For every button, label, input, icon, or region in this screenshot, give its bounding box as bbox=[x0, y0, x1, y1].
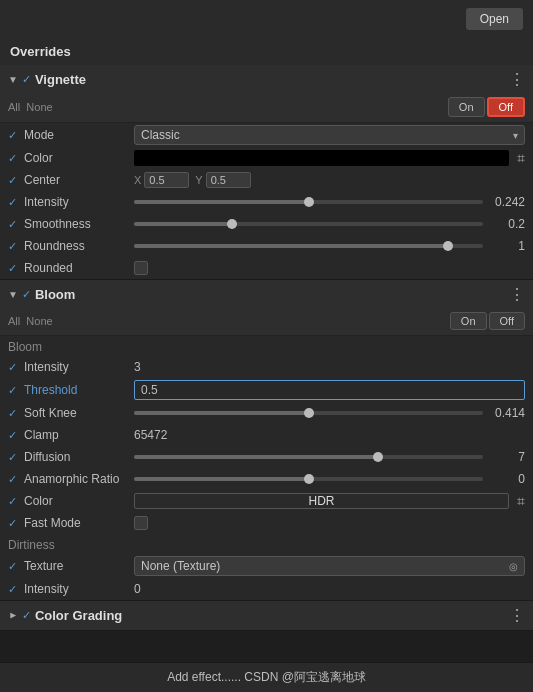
bloom-intensity-row: ✓ Intensity 3 bbox=[0, 356, 533, 378]
vignette-mode-value-area: Classic ▾ bbox=[134, 125, 525, 145]
vignette-smoothness-slider[interactable] bbox=[134, 222, 483, 226]
vignette-intensity-label: Intensity bbox=[24, 195, 134, 209]
bloom-on-off-row: All None On Off bbox=[0, 309, 533, 336]
vignette-roundness-check[interactable]: ✓ bbox=[8, 240, 22, 253]
bloom-anamorphic-check[interactable]: ✓ bbox=[8, 473, 22, 486]
color-grading-collapse-arrow[interactable]: ▼ bbox=[7, 611, 18, 621]
bloom-diffusion-thumb bbox=[373, 452, 383, 462]
vignette-roundness-row: ✓ Roundness 1 bbox=[0, 235, 533, 257]
bloom-section: ▼ ✓ Bloom ⋮ All None On Off Bloom ✓ Inte… bbox=[0, 280, 533, 601]
bloom-intensity-value: 3 bbox=[134, 360, 525, 374]
bloom-eyedropper-icon[interactable]: ⌗ bbox=[517, 493, 525, 510]
color-grading-section: ▼ ✓ Color Grading ⋮ bbox=[0, 601, 533, 631]
bloom-texture-intensity-check[interactable]: ✓ bbox=[8, 583, 22, 596]
color-grading-check[interactable]: ✓ bbox=[22, 609, 31, 622]
vignette-roundness-slider[interactable] bbox=[134, 244, 483, 248]
bloom-intensity-check[interactable]: ✓ bbox=[8, 361, 22, 374]
bloom-diffusion-slider[interactable] bbox=[134, 455, 483, 459]
bloom-softknee-value: 0.414 bbox=[487, 406, 525, 420]
bloom-check[interactable]: ✓ bbox=[22, 288, 31, 301]
vignette-center-check[interactable]: ✓ bbox=[8, 174, 22, 187]
add-effect-button[interactable]: Add effect...... CSDN @阿宝逃离地球 bbox=[8, 669, 525, 686]
bloom-threshold-value-area bbox=[134, 380, 525, 400]
vignette-center-row: ✓ Center X Y bbox=[0, 169, 533, 191]
bloom-collapse-arrow[interactable]: ▼ bbox=[8, 289, 18, 300]
bloom-menu-dots[interactable]: ⋮ bbox=[509, 285, 525, 304]
vignette-color-swatch[interactable] bbox=[134, 150, 509, 166]
bloom-all-none: All None bbox=[8, 315, 450, 327]
vignette-y-label: Y bbox=[195, 174, 202, 186]
vignette-intensity-thumb bbox=[304, 197, 314, 207]
bloom-title: Bloom bbox=[35, 287, 75, 302]
bloom-softknee-check[interactable]: ✓ bbox=[8, 407, 22, 420]
vignette-y-input[interactable] bbox=[206, 172, 251, 188]
bloom-clamp-label: Clamp bbox=[24, 428, 134, 442]
vignette-mode-dropdown[interactable]: Classic ▾ bbox=[134, 125, 525, 145]
vignette-all-none: All None bbox=[8, 101, 448, 113]
vignette-smoothness-label: Smoothness bbox=[24, 217, 134, 231]
vignette-rounded-checkbox[interactable] bbox=[134, 261, 148, 275]
bloom-clamp-check[interactable]: ✓ bbox=[8, 429, 22, 442]
vignette-x-label: X bbox=[134, 174, 141, 186]
bloom-softknee-slider[interactable] bbox=[134, 411, 483, 415]
vignette-intensity-row: ✓ Intensity 0.242 bbox=[0, 191, 533, 213]
vignette-rounded-check[interactable]: ✓ bbox=[8, 262, 22, 275]
bloom-color-check[interactable]: ✓ bbox=[8, 495, 22, 508]
bloom-fastmode-row: ✓ Fast Mode bbox=[0, 512, 533, 534]
bloom-header-left: ▼ ✓ Bloom bbox=[8, 287, 509, 302]
vignette-off-button[interactable]: Off bbox=[487, 97, 525, 117]
color-grading-menu-dots[interactable]: ⋮ bbox=[509, 606, 525, 625]
vignette-roundness-label: Roundness bbox=[24, 239, 134, 253]
bloom-anamorphic-slider[interactable] bbox=[134, 477, 483, 481]
open-button[interactable]: Open bbox=[466, 8, 523, 30]
vignette-center-value-area: X Y bbox=[134, 172, 525, 188]
vignette-center-label: Center bbox=[24, 173, 134, 187]
vignette-rounded-row: ✓ Rounded bbox=[0, 257, 533, 279]
vignette-header: ▼ ✓ Vignette ⋮ bbox=[0, 65, 533, 94]
vignette-menu-dots[interactable]: ⋮ bbox=[509, 70, 525, 89]
bloom-texture-check[interactable]: ✓ bbox=[8, 560, 22, 573]
bloom-anamorphic-thumb bbox=[304, 474, 314, 484]
bloom-softknee-value-area: 0.414 bbox=[134, 406, 525, 420]
bloom-threshold-check[interactable]: ✓ bbox=[8, 384, 22, 397]
bloom-fastmode-checkbox[interactable] bbox=[134, 516, 148, 530]
bloom-anamorphic-row: ✓ Anamorphic Ratio 0 bbox=[0, 468, 533, 490]
vignette-rounded-value-area bbox=[134, 261, 525, 275]
overrides-header: Overrides bbox=[0, 38, 533, 65]
bloom-color-swatch[interactable]: HDR bbox=[134, 493, 509, 509]
bloom-diffusion-fill bbox=[134, 455, 378, 459]
vignette-color-value-area: ⌗ bbox=[134, 150, 525, 167]
bloom-fastmode-label: Fast Mode bbox=[24, 516, 134, 530]
vignette-intensity-value-area: 0.242 bbox=[134, 195, 525, 209]
vignette-x-input[interactable] bbox=[144, 172, 189, 188]
vignette-check[interactable]: ✓ bbox=[22, 73, 31, 86]
bloom-texture-intensity-value-area: 0 bbox=[134, 582, 525, 596]
bloom-threshold-input[interactable] bbox=[134, 380, 525, 400]
vignette-intensity-check[interactable]: ✓ bbox=[8, 196, 22, 209]
vignette-center-y-field: Y bbox=[195, 172, 250, 188]
vignette-collapse-arrow[interactable]: ▼ bbox=[8, 74, 18, 85]
bloom-dirtiness-label: Dirtiness bbox=[0, 534, 533, 554]
vignette-on-off-buttons: On Off bbox=[448, 97, 525, 117]
bloom-diffusion-value: 7 bbox=[487, 450, 525, 464]
bloom-off-button[interactable]: Off bbox=[489, 312, 525, 330]
bloom-diffusion-check[interactable]: ✓ bbox=[8, 451, 22, 464]
bloom-diffusion-label: Diffusion bbox=[24, 450, 134, 464]
vignette-mode-check[interactable]: ✓ bbox=[8, 129, 22, 142]
bloom-texture-intensity-row: ✓ Intensity 0 bbox=[0, 578, 533, 600]
vignette-color-row: ✓ Color ⌗ bbox=[0, 147, 533, 169]
vignette-on-button[interactable]: On bbox=[448, 97, 485, 117]
vignette-center-xy: X Y bbox=[134, 172, 251, 188]
bloom-anamorphic-value: 0 bbox=[487, 472, 525, 486]
bloom-on-button[interactable]: On bbox=[450, 312, 487, 330]
vignette-smoothness-fill bbox=[134, 222, 232, 226]
vignette-smoothness-check[interactable]: ✓ bbox=[8, 218, 22, 231]
vignette-on-off-row: All None On Off bbox=[0, 94, 533, 123]
vignette-intensity-slider[interactable] bbox=[134, 200, 483, 204]
bloom-texture-dropdown[interactable]: None (Texture) ◎ bbox=[134, 556, 525, 576]
chevron-down-icon: ▾ bbox=[513, 130, 518, 141]
vignette-color-check[interactable]: ✓ bbox=[8, 152, 22, 165]
bloom-fastmode-check[interactable]: ✓ bbox=[8, 517, 22, 530]
bloom-fastmode-value-area bbox=[134, 516, 525, 530]
eyedropper-icon[interactable]: ⌗ bbox=[517, 150, 525, 167]
